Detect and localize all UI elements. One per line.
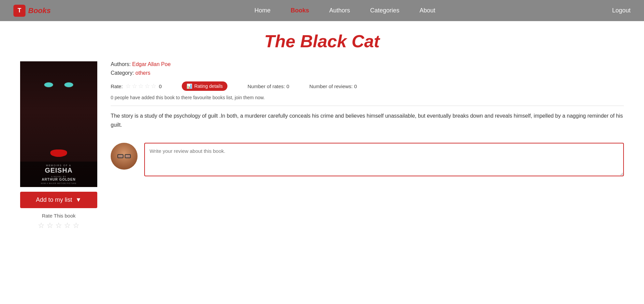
added-info: 0 people have added this book to there f… [111, 95, 624, 100]
book-cover-image: Memoirs of a Geisha A novel by Arthur Go… [20, 61, 97, 187]
logo[interactable]: T Books [13, 5, 51, 17]
num-reviews: Number of reviews: 0 [309, 83, 357, 89]
rate-count: 0 [159, 83, 162, 89]
dropdown-arrow-icon: ▼ [75, 196, 82, 203]
avatar-glass-right [125, 154, 131, 158]
review-textarea-wrapper [144, 143, 624, 178]
user-star-5[interactable]: ☆ [73, 221, 79, 230]
review-textarea[interactable] [144, 143, 624, 176]
book-star-4: ☆ [145, 82, 150, 90]
book-cover-section: Memoirs of a Geisha A novel by Arthur Go… [20, 61, 97, 230]
user-rating-stars: ☆ ☆ ☆ ☆ ☆ [38, 221, 79, 230]
avatar-glasses [117, 154, 131, 158]
cover-author-name: Arthur Golden [23, 178, 94, 181]
cover-lips [50, 149, 67, 157]
navbar: T Books Home Books Authors Categories Ab… [0, 0, 644, 21]
cover-memoirs-text: Memoirs of a [23, 164, 94, 167]
cover-motion-text: Now a major motion picture [23, 182, 94, 184]
main-content: The Black Cat Memoirs of a Geisha A nove… [0, 21, 644, 304]
cover-eye-left [44, 82, 53, 87]
book-rating-stars: ☆ ☆ ☆ ☆ ☆ [125, 82, 156, 90]
book-title: The Black Cat [20, 31, 624, 51]
bar-chart-icon: 📊 [186, 83, 192, 89]
cover-eye-area [39, 71, 79, 98]
book-layout: Memoirs of a Geisha A novel by Arthur Go… [20, 61, 624, 230]
rate-text-label: Rate: [111, 83, 123, 89]
nav-home[interactable]: Home [255, 7, 271, 14]
rating-details-button[interactable]: 📊 Rating details [182, 81, 227, 91]
rating-row: Rate: ☆ ☆ ☆ ☆ ☆ 0 📊 Rating details Numb [111, 81, 624, 91]
user-star-2[interactable]: ☆ [47, 221, 53, 230]
logout-link[interactable]: Logout [612, 7, 631, 14]
user-star-3[interactable]: ☆ [55, 221, 62, 230]
category-label: Category: [111, 70, 134, 76]
cover-geisha-text: Geisha [23, 167, 94, 174]
author-link[interactable]: Edgar Allan Poe [132, 61, 171, 67]
book-star-1: ☆ [125, 82, 131, 90]
book-meta: Authors: Edgar Allan Poe Category: other… [111, 61, 624, 76]
nav-authors[interactable]: Authors [329, 7, 350, 14]
user-star-1[interactable]: ☆ [38, 221, 45, 230]
rate-this-label: Rate This book [38, 213, 79, 219]
logo-icon: T [13, 5, 25, 17]
num-rates: Number of rates: 0 [248, 83, 289, 89]
cover-eye-right [64, 82, 73, 87]
author-line: Authors: Edgar Allan Poe [111, 61, 624, 67]
add-to-list-label: Add to my list [36, 196, 72, 203]
author-label: Authors: [111, 61, 131, 67]
book-star-5: ☆ [151, 82, 156, 90]
add-to-list-button[interactable]: Add to my list ▼ [20, 192, 97, 208]
nav-about[interactable]: About [420, 7, 435, 14]
rate-field: Rate: ☆ ☆ ☆ ☆ ☆ 0 [111, 82, 162, 90]
nav-links: Home Books Authors Categories About [77, 7, 612, 14]
book-star-3: ☆ [138, 82, 144, 90]
book-details: Authors: Edgar Allan Poe Category: other… [111, 61, 624, 178]
rating-details-label: Rating details [194, 83, 223, 89]
nav-categories[interactable]: Categories [370, 7, 399, 14]
book-star-2: ☆ [132, 82, 137, 90]
category-line: Category: others [111, 70, 624, 76]
logo-text: Books [28, 6, 51, 15]
book-description: The story is a study of the psychology o… [111, 111, 624, 129]
avatar-glass-left [117, 154, 123, 158]
nav-books[interactable]: Books [291, 7, 309, 14]
cover-text-bottom: Memoirs of a Geisha A novel by Arthur Go… [20, 162, 97, 187]
category-link[interactable]: others [136, 70, 150, 76]
user-star-4[interactable]: ☆ [64, 221, 71, 230]
reviewer-avatar [111, 143, 138, 170]
review-section [111, 143, 624, 178]
avatar-face [111, 143, 138, 170]
rate-section: Rate This book ☆ ☆ ☆ ☆ ☆ [38, 213, 79, 230]
divider [111, 106, 624, 106]
